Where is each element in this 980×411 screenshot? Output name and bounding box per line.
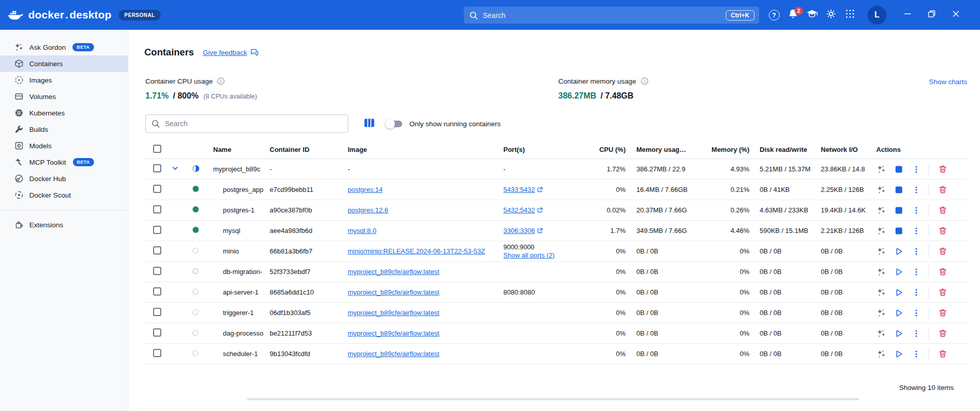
notifications-button[interactable]: 2 [785, 7, 801, 23]
row-menu-button[interactable] [911, 246, 921, 257]
start-button[interactable] [894, 246, 904, 257]
start-button[interactable] [894, 287, 904, 298]
image-link[interactable]: myproject_b89cfe/airflow:latest [348, 350, 439, 358]
sidebar-item-volumes[interactable]: Volumes [0, 88, 128, 105]
sidebar-item-docker-scout[interactable]: Docker Scout [0, 187, 128, 203]
global-search[interactable]: Search Ctrl+K [464, 7, 759, 24]
port-link[interactable]: 5433:5432 [503, 186, 535, 193]
row-menu-button[interactable] [911, 205, 921, 216]
container-name[interactable]: dag-processo [223, 329, 263, 337]
sidebar-item-kubernetes[interactable]: Kubernetes [0, 105, 128, 121]
container-name[interactable]: postgres-1 [223, 206, 254, 214]
column-header-cpu[interactable]: CPU (%) [569, 146, 631, 153]
delete-button[interactable] [937, 246, 948, 257]
sidebar-item-docker-hub[interactable]: Docker Hub [0, 170, 128, 187]
row-checkbox[interactable] [153, 205, 161, 213]
column-header-container-id[interactable]: Container ID [265, 146, 343, 153]
row-menu-button[interactable] [911, 226, 921, 236]
image-link[interactable]: myproject_b89cfe/airflow:latest [348, 268, 439, 276]
maximize-button[interactable] [923, 6, 940, 24]
minimize-button[interactable] [899, 6, 916, 24]
container-name[interactable]: triggerer-1 [223, 309, 254, 317]
row-checkbox[interactable] [153, 226, 161, 234]
column-header-image[interactable]: Image [343, 146, 501, 153]
row-checkbox[interactable] [153, 287, 161, 296]
row-menu-button[interactable] [911, 185, 921, 195]
image-link[interactable]: mysql:8.0 [348, 227, 376, 234]
stop-button[interactable] [894, 164, 904, 174]
avatar[interactable]: L [868, 6, 887, 25]
container-name[interactable]: myproject_b89c [213, 165, 260, 173]
row-checkbox[interactable] [153, 164, 161, 172]
show-charts-link[interactable]: Show charts [929, 78, 967, 86]
ask-gordon-action-button[interactable] [876, 267, 887, 277]
sidebar-item-builds[interactable]: Builds [0, 121, 128, 138]
sidebar-item-ask-gordon[interactable]: Ask Gordon BETA [0, 39, 128, 55]
close-button[interactable] [947, 6, 965, 24]
ask-gordon-action-button[interactable] [876, 246, 887, 257]
running-only-toggle[interactable] [386, 120, 403, 128]
container-name[interactable]: scheduler-1 [223, 350, 258, 358]
ask-gordon-action-button[interactable] [876, 308, 887, 318]
give-feedback-link[interactable]: Give feedback [203, 48, 258, 56]
row-checkbox[interactable] [153, 246, 161, 255]
start-button[interactable] [894, 349, 904, 359]
container-name[interactable]: postgres_app [223, 186, 263, 193]
row-checkbox[interactable] [153, 308, 161, 316]
delete-button[interactable] [937, 349, 948, 359]
column-header-name[interactable]: Name [207, 146, 265, 153]
settings-button[interactable] [823, 7, 839, 23]
image-link[interactable]: myproject_b89cfe/airflow:latest [348, 309, 439, 317]
info-icon[interactable] [217, 77, 225, 85]
stop-button[interactable] [894, 226, 904, 236]
stop-button[interactable] [894, 185, 904, 195]
column-settings-button[interactable] [364, 118, 375, 130]
delete-button[interactable] [937, 226, 948, 236]
delete-button[interactable] [937, 308, 948, 318]
column-header-memory-usage[interactable]: Memory usag… [631, 146, 702, 153]
row-checkbox[interactable] [153, 185, 161, 193]
ask-gordon-action-button[interactable] [876, 164, 887, 174]
column-header-disk[interactable]: Disk read/write [755, 146, 818, 153]
container-name[interactable]: api-server-1 [223, 288, 258, 296]
delete-button[interactable] [937, 328, 948, 339]
ask-gordon-action-button[interactable] [876, 287, 887, 298]
horizontal-scrollbar[interactable] [247, 398, 859, 400]
row-menu-button[interactable] [911, 287, 921, 298]
container-search-input[interactable]: Search [145, 114, 348, 133]
row-menu-button[interactable] [911, 308, 921, 318]
ask-gordon-action-button[interactable] [876, 349, 887, 359]
sidebar-item-extensions[interactable]: Extensions [0, 217, 128, 233]
image-link[interactable]: myproject_b89cfe/airflow:latest [348, 329, 439, 337]
ask-gordon-action-button[interactable] [876, 226, 887, 236]
row-menu-button[interactable] [911, 164, 921, 174]
delete-button[interactable] [937, 287, 948, 298]
sidebar-item-images[interactable]: Images [0, 72, 128, 88]
row-menu-button[interactable] [911, 349, 921, 359]
image-link[interactable]: minio/minio:RELEASE.2024-06-13T22-53-53Z [348, 247, 485, 255]
start-button[interactable] [894, 328, 904, 339]
learning-center-button[interactable] [804, 7, 820, 23]
ask-gordon-action-button[interactable] [876, 328, 887, 339]
column-header-memory-pct[interactable]: Memory (%) [702, 146, 755, 153]
column-header-network[interactable]: Network I/O [818, 146, 872, 153]
apps-menu-button[interactable] [842, 7, 858, 23]
delete-button[interactable] [937, 164, 948, 174]
row-checkbox[interactable] [153, 328, 161, 337]
column-header-ports[interactable]: Port(s) [501, 146, 569, 153]
row-checkbox[interactable] [153, 349, 161, 357]
image-link[interactable]: myproject_b89cfe/airflow:latest [348, 288, 439, 296]
ask-gordon-action-button[interactable] [876, 205, 887, 216]
show-all-ports-link[interactable]: Show all ports (2) [503, 251, 569, 260]
port-link[interactable]: 3306:3306 [503, 227, 535, 234]
sidebar-item-models[interactable]: Models [0, 138, 128, 154]
image-link[interactable]: postgres:14 [348, 186, 383, 193]
delete-button[interactable] [937, 267, 948, 277]
sidebar-item-mcp-toolkit[interactable]: MCP Toolkit BETA [0, 154, 128, 170]
info-icon[interactable] [640, 77, 649, 85]
delete-button[interactable] [937, 205, 948, 216]
delete-button[interactable] [937, 185, 948, 195]
row-checkbox[interactable] [153, 267, 161, 275]
ask-gordon-action-button[interactable] [876, 185, 887, 195]
image-link[interactable]: postgres:12.6 [348, 206, 388, 214]
